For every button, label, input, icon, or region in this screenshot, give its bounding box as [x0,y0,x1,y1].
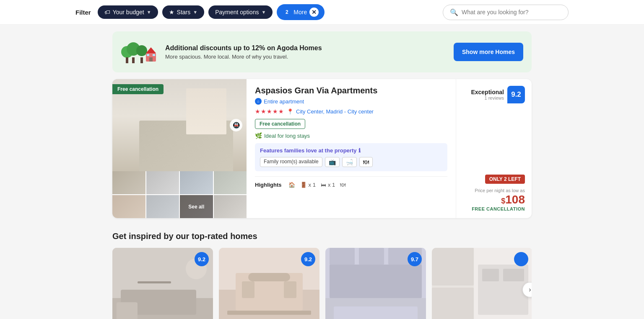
svg-rect-29 [359,248,384,265]
room-icon: 🚪 [300,182,307,188]
hotel-location[interactable]: City Center, Madrid - City center [296,108,374,115]
free-cancel-bottom: FREE CANCELLATION [472,206,525,211]
hotel-images: Free cancellation 🚇 See all [112,79,247,218]
svg-rect-23 [227,311,311,315]
promo-illustration [121,37,158,67]
thumb-7[interactable]: See all [180,195,213,218]
location-pin-icon: 📍 [287,108,293,115]
thumb-8[interactable] [214,195,247,218]
only-left-badge: ONLY 2 LEFT [485,175,525,184]
svg-rect-34 [432,248,474,286]
rating-section: Exceptional 1 reviews 9.2 [463,86,525,103]
thumb-4[interactable] [214,171,247,194]
svg-rect-14 [138,281,171,283]
search-input[interactable] [462,9,561,15]
house-highlight-icon: 🏠 [288,182,295,188]
more-filter-close-icon[interactable]: ✕ [309,8,319,17]
thumb-6[interactable] [146,195,179,218]
info-icon[interactable]: ℹ [358,147,361,154]
promo-subtitle: More spacious. More local. More of why y… [165,54,447,60]
inspired-card-3[interactable]: 9.7 [325,248,426,319]
free-cancel-tag: Free cancellation [255,119,305,129]
chevron-down-icon: ▼ [147,10,151,15]
promo-text: Additional discounts up to 12% on Agoda … [165,44,447,60]
star-icon: ★ [169,9,174,15]
svg-rect-28 [330,248,355,265]
tv-icon-tag: 📺 [325,157,340,167]
main-hotel-image[interactable]: Free cancellation 🚇 [112,79,247,171]
card-rating-4 [514,252,528,266]
card-rating-1: 9.2 [195,252,209,266]
features-title: Features families love at the property ℹ [260,147,442,154]
svg-rect-9 [147,54,149,56]
transit-icon: 🚇 [233,122,240,129]
hotel-name[interactable]: Aspasios Gran Via Apartments [255,86,447,95]
see-all-overlay[interactable]: See all [180,195,213,218]
free-cancel-overlay-badge: Free cancellation [112,84,164,94]
svg-rect-15 [117,302,138,319]
budget-icon: 🏷 [104,9,110,15]
rating-label: Exceptional [471,89,504,95]
svg-rect-8 [149,57,153,62]
more-filter-badge: 2 [283,8,291,16]
price-per-night-label: Price per night as low as [472,188,525,193]
hotel-price-section: Exceptional 1 reviews 9.2 ONLY 2 LEFT Pr… [456,79,532,218]
card-rating-2: 9.2 [301,252,315,266]
hotel-card: Free cancellation 🚇 See all Aspasios [112,79,532,218]
promo-banner: Additional discounts up to 12% on Agoda … [112,31,532,72]
image-nav-btn[interactable]: 🚇 [230,119,242,131]
chevron-down-icon: ▼ [261,10,266,15]
svg-rect-3 [126,57,128,63]
card-rating-3: 9.7 [408,252,422,266]
more-filter-btn[interactable]: 2 More ✕ [277,4,325,20]
beds-highlight: 🛏 x 1 [321,182,335,188]
search-icon: 🔍 [450,8,458,16]
svg-rect-37 [482,269,499,281]
svg-rect-21 [242,281,254,298]
svg-marker-7 [146,47,156,53]
rating-text: Exceptional 1 reviews [471,89,504,100]
bath-icon-tag: 🛁 [342,157,357,167]
thumb-1[interactable] [112,171,145,194]
inspired-title: Get inspired by our top-rated homes [112,232,532,241]
price-currency: $ [501,197,505,205]
svg-rect-31 [334,306,418,319]
main-content: Additional discounts up to 12% on Agoda … [112,25,532,319]
inspired-section: Get inspired by our top-rated homes 9.2 [112,228,532,319]
budget-filter-btn[interactable]: 🏷 Your budget ▼ [98,5,158,19]
rating-reviews: 1 reviews [471,95,504,100]
hotel-type: ⌂ Entire apartment [255,98,447,105]
star-rating: ★★★★★ [255,108,284,115]
svg-rect-27 [330,265,422,298]
thumb-5[interactable] [112,195,145,218]
rooms-highlight: 🚪 x 1 [300,182,316,188]
inspired-card-4[interactable] [432,248,532,319]
rating-badge: 9.2 [507,86,525,103]
svg-rect-20 [248,273,290,281]
thumbnail-grid: See all [112,171,247,218]
features-tags: Family room(s) available 📺 🛁 🍽 [260,157,442,167]
price-amount: $108 [472,193,525,206]
filter-bar: Filter 🏷 Your budget ▼ ★ Stars ▼ Payment… [0,0,644,25]
inspired-card-1[interactable]: 9.2 [112,248,213,319]
leaf-icon: 🌿 [255,132,262,139]
svg-rect-10 [153,54,155,56]
hotel-info: Aspasios Gran Via Apartments ⌂ Entire ap… [247,79,456,218]
svg-rect-5 [140,57,143,63]
thumb-2[interactable] [146,171,179,194]
search-bar: 🔍 [443,5,569,20]
payment-filter-btn[interactable]: Payment options ▼ [208,5,273,19]
inspired-cards: 9.2 9.2 [112,248,532,319]
stars-location: ★★★★★ 📍 City Center, Madrid - City cente… [255,108,447,115]
home-icon: ⌂ [255,98,262,105]
highlights: Highlights 🏠 🚪 x 1 🛏 x 1 🍽 [255,176,447,188]
stars-filter-btn[interactable]: ★ Stars ▼ [162,5,205,19]
ideal-tag: 🌿 Ideal for long stays [255,132,447,139]
svg-rect-38 [503,269,524,281]
svg-rect-35 [432,288,474,319]
highlights-label: Highlights [255,182,282,188]
show-more-homes-btn[interactable]: Show more Homes [454,43,523,61]
filter-label: Filter [75,9,91,16]
inspired-card-2[interactable]: 9.2 [219,248,319,319]
thumb-3[interactable] [180,171,213,194]
